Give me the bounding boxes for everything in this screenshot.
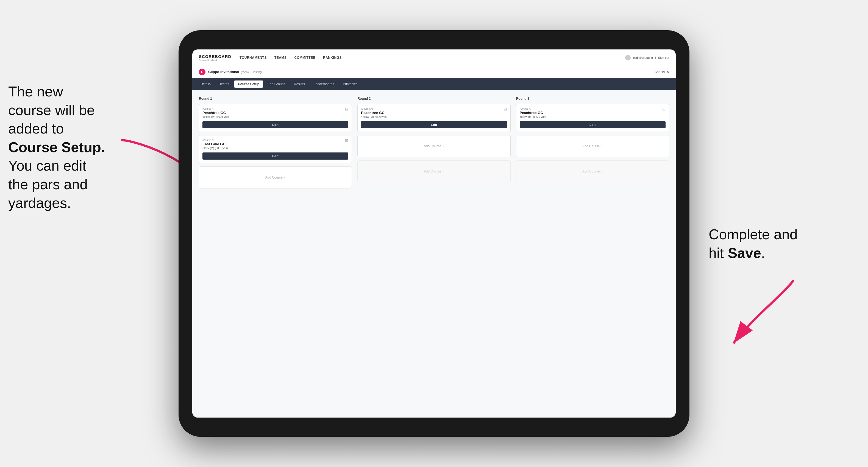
round1-course-b-name: East Lake GC — [203, 142, 348, 146]
round3-course-a-card: ⊡ (Course A) Peachtree GC Yellow (M) (66… — [516, 104, 669, 132]
tablet-screen: SCOREBOARD Powered by clippd TOURNAMENTS… — [192, 50, 676, 417]
round3-course-a-edit-button[interactable]: Edit — [520, 121, 665, 128]
round2-course-a-name: Peachtree GC — [361, 111, 507, 115]
tournament-logo: C — [199, 69, 206, 75]
round1-add-course-button[interactable]: Add Course + — [199, 166, 352, 188]
top-nav: SCOREBOARD Powered by clippd TOURNAMENTS… — [192, 50, 676, 66]
annotation-right-line1: Complete and — [709, 226, 798, 242]
tournament-status: Hosting — [251, 70, 261, 73]
round3-add-course-label: Add Course — [582, 144, 600, 148]
logo-letter: C — [201, 70, 204, 74]
round2-add-course-disabled-label: Add Course — [424, 169, 441, 173]
round-3-label: Round 3 — [516, 97, 669, 100]
tab-bar: Details Teams Course Setup Tee Groups Re… — [192, 78, 676, 90]
tablet-frame: SCOREBOARD Powered by clippd TOURNAMENTS… — [179, 30, 689, 437]
round2-add-course-disabled: Add Course + — [358, 160, 510, 182]
rounds-grid: Round 1 ⊡ (Course A) Peachtree GC Yellow… — [199, 97, 669, 192]
round2-course-a-edit-button[interactable]: Edit — [361, 121, 507, 128]
tournament-bar: C Clippd Invitational (Men) Hosting Canc… — [192, 66, 676, 78]
logo-sub: Powered by clippd — [199, 59, 231, 61]
round1-add-course-plus-icon: + — [284, 176, 286, 179]
annotation-line2: course will be — [8, 102, 95, 118]
nav-rankings[interactable]: RANKINGS — [323, 56, 342, 60]
tab-results[interactable]: Results — [290, 81, 309, 88]
round1-course-a-edit-button[interactable]: Edit — [203, 121, 348, 128]
right-arrow-icon — [717, 272, 805, 349]
round3-add-course-plus-icon: + — [601, 144, 603, 148]
sign-out-link[interactable]: Sign out — [658, 56, 669, 59]
round3-course-a-delete-icon[interactable]: ⊡ — [662, 107, 666, 111]
annotation-line7: yardages. — [8, 195, 71, 211]
nav-links: TOURNAMENTS TEAMS COMMITTEE RANKINGS — [240, 56, 625, 60]
tournament-name[interactable]: Clippd Invitational — [208, 70, 239, 74]
round1-course-a-label: (Course A) — [203, 107, 348, 110]
tab-leaderboards[interactable]: Leaderboards — [310, 81, 338, 88]
round3-add-course-disabled-label: Add Course — [582, 169, 600, 173]
tab-details[interactable]: Details — [197, 81, 215, 88]
round2-add-course-button[interactable]: Add Course + — [358, 135, 510, 157]
round2-add-course-disabled-plus-icon: + — [442, 169, 444, 173]
right-annotation: Complete and hit Save. — [709, 225, 813, 262]
annotation-line4: Course Setup. — [8, 139, 105, 155]
round2-course-a-card: ⊡ (Course A) Peachtree GC Yellow (M) (66… — [358, 104, 510, 132]
round3-add-course-disabled-plus-icon: + — [601, 169, 603, 173]
cancel-label[interactable]: Cancel — [655, 70, 665, 74]
nav-right: blair@clippd.io | Sign out — [625, 55, 669, 60]
nav-committee[interactable]: COMMITTEE — [294, 56, 315, 60]
round2-course-a-tee: Yellow (M) (6629 yds) — [361, 115, 507, 118]
annotation-right-line2: hit — [709, 245, 727, 261]
round1-course-a-tee: Yellow (M) (6629 yds) — [203, 115, 348, 118]
nav-separator: | — [655, 56, 656, 59]
annotation-line5: You can edit — [8, 158, 86, 174]
user-email: blair@clippd.io — [633, 56, 653, 59]
scoreboard-logo: SCOREBOARD Powered by clippd — [199, 54, 231, 61]
round1-course-b-tee: Black (M) (6891 yds) — [203, 147, 348, 150]
round2-add-course-plus-icon: + — [442, 144, 444, 148]
round1-course-b-label: (Course B) — [203, 139, 348, 142]
round1-course-b-delete-icon[interactable]: ⊡ — [344, 138, 349, 143]
round2-course-a-label: (Course A) — [361, 107, 507, 110]
round3-course-a-label: (Course A) — [520, 107, 665, 110]
round1-course-b-edit-button[interactable]: Edit — [203, 152, 348, 160]
round1-course-a-card: ⊡ (Course A) Peachtree GC Yellow (M) (66… — [199, 104, 352, 132]
round-3-column: Round 3 ⊡ (Course A) Peachtree GC Yellow… — [516, 97, 669, 192]
tab-tee-groups[interactable]: Tee Groups — [264, 81, 289, 88]
round3-add-course-button[interactable]: Add Course + — [516, 135, 669, 157]
round-2-label: Round 2 — [358, 97, 510, 100]
round3-add-course-disabled: Add Course + — [516, 160, 669, 182]
annotation-line1: The new — [8, 84, 63, 99]
main-content: Round 1 ⊡ (Course A) Peachtree GC Yellow… — [192, 90, 676, 417]
round1-course-b-card: ⊡ (Course B) East Lake GC Black (M) (689… — [199, 135, 352, 163]
left-annotation: The new course will be added to Course S… — [8, 83, 107, 212]
user-avatar — [625, 55, 631, 60]
round1-course-a-name: Peachtree GC — [203, 111, 348, 115]
annotation-line3: added to — [8, 121, 64, 136]
cancel-icon[interactable]: ✕ — [666, 70, 669, 74]
round2-add-course-label: Add Course — [424, 144, 441, 148]
round1-add-course-label: Add Course — [265, 176, 282, 179]
round2-course-a-delete-icon[interactable]: ⊡ — [503, 107, 507, 111]
tab-course-setup[interactable]: Course Setup — [234, 81, 263, 88]
round-1-label: Round 1 — [199, 97, 352, 100]
annotation-right-bold: Save — [727, 245, 761, 261]
round3-course-a-name: Peachtree GC — [520, 111, 665, 115]
annotation-right-period: . — [761, 245, 765, 261]
round-2-column: Round 2 ⊡ (Course A) Peachtree GC Yellow… — [358, 97, 510, 192]
tab-printables[interactable]: Printables — [339, 81, 361, 88]
tab-teams[interactable]: Teams — [216, 81, 233, 88]
nav-tournaments[interactable]: TOURNAMENTS — [240, 56, 267, 60]
round-1-column: Round 1 ⊡ (Course A) Peachtree GC Yellow… — [199, 97, 352, 192]
annotation-line6: the pars and — [8, 176, 88, 192]
tournament-gender: (Men) — [241, 70, 249, 73]
round3-course-a-tee: Yellow (M) (6629 yds) — [520, 115, 665, 118]
nav-teams[interactable]: TEAMS — [274, 56, 287, 60]
logo-main: SCOREBOARD — [199, 54, 231, 59]
round1-course-a-delete-icon[interactable]: ⊡ — [344, 107, 349, 111]
